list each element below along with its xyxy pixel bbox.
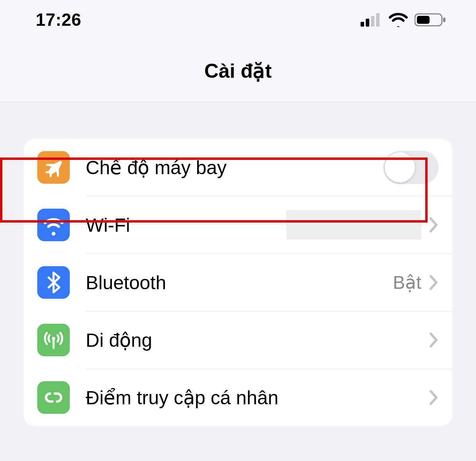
svg-rect-5 (417, 16, 430, 24)
wifi-icon (37, 209, 70, 241)
airplane-toggle[interactable] (383, 151, 439, 184)
page-title: Cài đặt (204, 60, 272, 83)
row-label: Wi-Fi (86, 214, 286, 236)
row-personal-hotspot[interactable]: Điểm truy cập cá nhân (24, 369, 452, 426)
svg-rect-1 (366, 19, 369, 27)
wifi-network-name-redacted (286, 210, 421, 240)
svg-rect-3 (376, 13, 380, 27)
header: Cài đặt (0, 40, 476, 102)
toggle-knob (385, 152, 415, 182)
cellular-signal-icon (361, 13, 382, 27)
status-icons (361, 13, 446, 27)
row-label: Điểm truy cập cá nhân (86, 386, 429, 409)
hotspot-icon (37, 381, 70, 414)
row-wifi[interactable]: Wi-Fi (24, 196, 452, 254)
status-bar: 17:26 (0, 0, 476, 40)
chevron-right-icon (429, 332, 439, 348)
status-time: 17:26 (36, 10, 81, 30)
chevron-right-icon (429, 217, 439, 233)
svg-rect-0 (361, 22, 364, 27)
row-label: Chế độ máy bay (86, 156, 383, 179)
bluetooth-status-value: Bật (393, 272, 421, 293)
chevron-right-icon (429, 275, 439, 290)
battery-icon (415, 13, 446, 27)
row-label: Di động (86, 329, 429, 351)
svg-rect-2 (371, 16, 374, 27)
svg-rect-6 (443, 17, 445, 22)
settings-group: Chế độ máy bay Wi-Fi (24, 139, 452, 426)
row-bluetooth[interactable]: Bluetooth Bật (24, 254, 452, 311)
row-airplane-mode[interactable]: Chế độ máy bay (24, 139, 452, 196)
chevron-right-icon (429, 390, 439, 405)
airplane-icon (37, 151, 70, 184)
cellular-icon (37, 324, 70, 356)
wifi-status-icon (388, 13, 408, 27)
row-cellular[interactable]: Di động (24, 311, 452, 369)
row-label: Bluetooth (86, 272, 393, 294)
bluetooth-icon (37, 266, 70, 299)
